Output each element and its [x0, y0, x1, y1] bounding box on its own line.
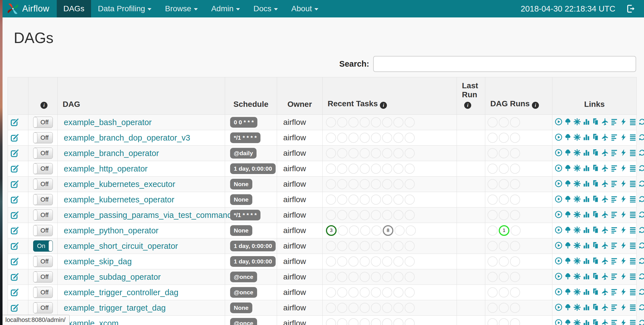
landing-times-icon[interactable]: [601, 211, 609, 218]
logs-icon[interactable]: [629, 319, 637, 325]
gantt-icon[interactable]: [610, 164, 618, 172]
tree-view-icon[interactable]: [564, 272, 572, 280]
logs-icon[interactable]: [629, 303, 637, 311]
dag-name-link[interactable]: example_skip_dag: [64, 257, 132, 266]
refresh-icon[interactable]: [638, 149, 644, 157]
code-icon[interactable]: [620, 180, 627, 188]
task-state-circle-count[interactable]: 8: [383, 225, 393, 236]
task-duration-icon[interactable]: [582, 257, 590, 265]
code-icon[interactable]: [620, 257, 627, 265]
task-tries-icon[interactable]: [592, 211, 600, 218]
schedule-badge[interactable]: @once: [230, 272, 257, 282]
logs-icon[interactable]: [629, 226, 637, 234]
gantt-icon[interactable]: [610, 226, 618, 234]
task-tries-icon[interactable]: [592, 118, 600, 126]
gantt-icon[interactable]: [610, 303, 618, 311]
graph-view-icon[interactable]: [573, 272, 581, 280]
gantt-icon[interactable]: [610, 149, 618, 157]
refresh-icon[interactable]: [638, 164, 644, 172]
gantt-icon[interactable]: [610, 180, 618, 188]
tree-view-icon[interactable]: [564, 303, 572, 311]
gantt-icon[interactable]: [610, 133, 618, 141]
schedule-badge[interactable]: None: [230, 225, 252, 236]
landing-times-icon[interactable]: [601, 319, 609, 325]
graph-view-icon[interactable]: [573, 242, 581, 249]
task-tries-icon[interactable]: [592, 257, 600, 265]
pause-toggle[interactable]: Off: [33, 287, 53, 298]
dag-run-circle-count[interactable]: 1: [499, 225, 509, 236]
schedule-badge[interactable]: */1 * * * *: [230, 132, 260, 143]
schedule-badge[interactable]: */1 * * * *: [230, 210, 260, 220]
dag-name-link[interactable]: example_kubernetes_operator: [64, 195, 174, 204]
landing-times-icon[interactable]: [601, 195, 609, 203]
graph-view-icon[interactable]: [573, 226, 581, 234]
code-icon[interactable]: [620, 303, 627, 311]
refresh-icon[interactable]: [638, 242, 644, 249]
nav-item-data-profiling[interactable]: Data Profiling: [91, 0, 158, 17]
task-duration-icon[interactable]: [582, 272, 590, 280]
task-tries-icon[interactable]: [592, 288, 600, 296]
gantt-icon[interactable]: [610, 272, 618, 280]
code-icon[interactable]: [620, 226, 627, 234]
tree-view-icon[interactable]: [564, 211, 572, 218]
landing-times-icon[interactable]: [601, 303, 609, 311]
pause-toggle[interactable]: Off: [33, 194, 53, 205]
task-tries-icon[interactable]: [592, 242, 600, 249]
task-duration-icon[interactable]: [582, 319, 590, 325]
task-tries-icon[interactable]: [592, 226, 600, 234]
graph-view-icon[interactable]: [573, 133, 581, 141]
task-tries-icon[interactable]: [592, 195, 600, 203]
landing-times-icon[interactable]: [601, 180, 609, 188]
task-state-circle-count[interactable]: 3: [326, 225, 337, 236]
nav-item-admin[interactable]: Admin: [205, 0, 247, 17]
edit-dag-icon[interactable]: [10, 134, 26, 142]
dag-name-link[interactable]: example_trigger_target_dag: [64, 303, 166, 312]
schedule-badge[interactable]: @once: [230, 318, 257, 325]
schedule-badge[interactable]: None: [230, 303, 252, 313]
tree-view-icon[interactable]: [564, 288, 572, 296]
pause-toggle[interactable]: Off: [33, 148, 53, 159]
dag-name-link[interactable]: example_bash_operator: [64, 118, 152, 127]
logs-icon[interactable]: [629, 164, 637, 172]
pause-toggle[interactable]: Off: [33, 132, 53, 143]
schedule-badge[interactable]: 1 day, 0:00:00: [230, 163, 276, 174]
task-tries-icon[interactable]: [592, 303, 600, 311]
task-duration-icon[interactable]: [582, 211, 590, 218]
task-tries-icon[interactable]: [592, 164, 600, 172]
pause-toggle[interactable]: Off: [33, 225, 53, 236]
code-icon[interactable]: [620, 149, 627, 157]
graph-view-icon[interactable]: [573, 288, 581, 296]
task-tries-icon[interactable]: [592, 133, 600, 141]
search-input[interactable]: [373, 56, 636, 72]
edit-dag-icon[interactable]: [10, 195, 26, 204]
graph-view-icon[interactable]: [573, 303, 581, 311]
tree-view-icon[interactable]: [564, 319, 572, 325]
code-icon[interactable]: [620, 288, 627, 296]
edit-dag-icon[interactable]: [10, 226, 26, 235]
tree-view-icon[interactable]: [564, 180, 572, 188]
task-tries-icon[interactable]: [592, 149, 600, 157]
gantt-icon[interactable]: [610, 319, 618, 325]
graph-view-icon[interactable]: [573, 180, 581, 188]
tree-view-icon[interactable]: [564, 149, 572, 157]
dag-name-link[interactable]: example_subdag_operator: [64, 272, 161, 281]
dag-name-link[interactable]: example_http_operator: [64, 164, 148, 173]
gantt-icon[interactable]: [610, 242, 618, 249]
edit-dag-icon[interactable]: [10, 273, 26, 281]
graph-view-icon[interactable]: [573, 164, 581, 172]
refresh-icon[interactable]: [638, 211, 644, 218]
pause-toggle[interactable]: Off: [33, 271, 53, 283]
graph-view-icon[interactable]: [573, 319, 581, 325]
edit-dag-icon[interactable]: [10, 211, 26, 220]
dag-name-link[interactable]: example_passing_params_via_test_command: [64, 211, 232, 220]
landing-times-icon[interactable]: [601, 149, 609, 157]
code-icon[interactable]: [620, 133, 627, 141]
schedule-badge[interactable]: 0 0 * * *: [230, 117, 257, 128]
task-tries-icon[interactable]: [592, 180, 600, 188]
task-duration-icon[interactable]: [582, 195, 590, 203]
trigger-dag-icon[interactable]: [555, 288, 563, 296]
tree-view-icon[interactable]: [564, 226, 572, 234]
logs-icon[interactable]: [629, 272, 637, 280]
refresh-icon[interactable]: [638, 319, 644, 325]
logs-icon[interactable]: [629, 195, 637, 203]
